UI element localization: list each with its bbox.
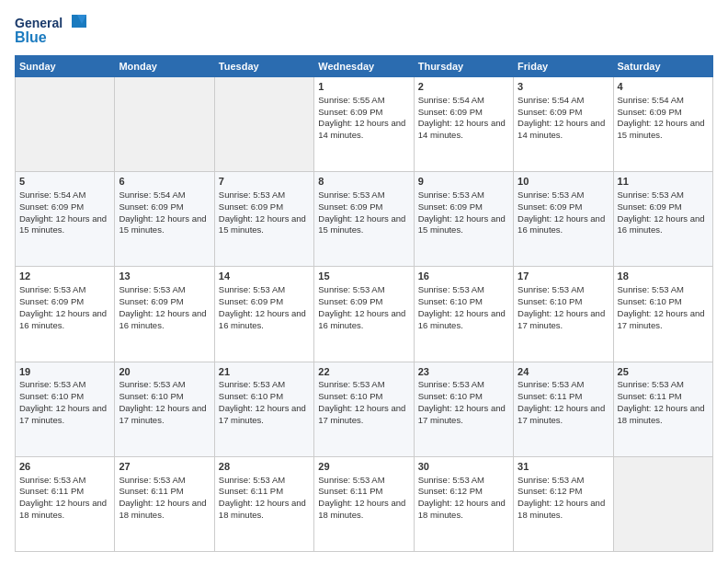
day-number: 16 — [418, 270, 509, 283]
calendar-day-cell: 8Sunrise: 5:53 AMSunset: 6:09 PMDaylight… — [314, 172, 414, 267]
day-number: 8 — [318, 175, 409, 189]
day-info: Sunrise: 5:53 AMSunset: 6:09 PMDaylight:… — [119, 284, 210, 331]
day-info: Sunrise: 5:54 AMSunset: 6:09 PMDaylight:… — [518, 95, 609, 142]
calendar-day-cell: 15Sunrise: 5:53 AMSunset: 6:09 PMDayligh… — [314, 267, 414, 362]
calendar-day-cell: 22Sunrise: 5:53 AMSunset: 6:10 PMDayligh… — [314, 362, 414, 456]
day-number: 27 — [119, 460, 210, 474]
day-info: Sunrise: 5:53 AMSunset: 6:09 PMDaylight:… — [219, 190, 310, 236]
calendar-day-cell: 30Sunrise: 5:53 AMSunset: 6:12 PMDayligh… — [414, 456, 513, 551]
day-number: 11 — [618, 175, 709, 189]
page: General Blue Sunday Monday Tuesday Wedne… — [0, 0, 728, 563]
day-info: Sunrise: 5:53 AMSunset: 6:09 PMDaylight:… — [318, 190, 409, 236]
day-info: Sunrise: 5:53 AMSunset: 6:10 PMDaylight:… — [618, 284, 709, 331]
day-info: Sunrise: 5:53 AMSunset: 6:11 PMDaylight:… — [219, 475, 310, 522]
calendar-day-cell: 2Sunrise: 5:54 AMSunset: 6:09 PMDaylight… — [414, 77, 513, 172]
day-info: Sunrise: 5:53 AMSunset: 6:11 PMDaylight:… — [618, 379, 709, 426]
calendar-day-cell: 17Sunrise: 5:53 AMSunset: 6:10 PMDayligh… — [514, 267, 613, 362]
calendar-table: Sunday Monday Tuesday Wednesday Thursday… — [15, 55, 713, 552]
calendar-week-row: 5Sunrise: 5:54 AMSunset: 6:09 PMDaylight… — [16, 172, 713, 267]
day-info: Sunrise: 5:54 AMSunset: 6:09 PMDaylight:… — [418, 95, 509, 142]
day-number: 4 — [618, 80, 709, 94]
day-number: 18 — [618, 270, 709, 283]
day-number: 20 — [119, 365, 210, 379]
header-thursday: Thursday — [414, 56, 513, 77]
day-info: Sunrise: 5:53 AMSunset: 6:10 PMDaylight:… — [318, 379, 409, 426]
weekday-header-row: Sunday Monday Tuesday Wednesday Thursday… — [16, 56, 713, 77]
day-number: 7 — [219, 175, 310, 189]
calendar-day-cell: 31Sunrise: 5:53 AMSunset: 6:12 PMDayligh… — [514, 456, 613, 551]
day-info: Sunrise: 5:53 AMSunset: 6:09 PMDaylight:… — [19, 284, 110, 331]
day-number: 19 — [19, 365, 110, 379]
calendar-day-cell: 4Sunrise: 5:54 AMSunset: 6:09 PMDaylight… — [613, 77, 712, 172]
header-tuesday: Tuesday — [214, 56, 313, 77]
calendar-week-row: 26Sunrise: 5:53 AMSunset: 6:11 PMDayligh… — [16, 456, 713, 551]
day-info: Sunrise: 5:53 AMSunset: 6:09 PMDaylight:… — [418, 190, 509, 236]
svg-text:Blue: Blue — [15, 29, 47, 45]
header-sunday: Sunday — [16, 56, 115, 77]
calendar-day-cell — [115, 77, 214, 172]
day-number: 13 — [119, 270, 210, 283]
calendar-day-cell — [214, 77, 313, 172]
calendar-day-cell — [613, 456, 712, 551]
day-number: 15 — [318, 270, 409, 283]
day-info: Sunrise: 5:53 AMSunset: 6:10 PMDaylight:… — [219, 379, 310, 426]
calendar-day-cell — [16, 77, 115, 172]
calendar-day-cell: 10Sunrise: 5:53 AMSunset: 6:09 PMDayligh… — [514, 172, 613, 267]
day-number: 24 — [518, 365, 609, 379]
day-number: 28 — [219, 460, 310, 474]
day-number: 30 — [418, 460, 509, 474]
day-number: 31 — [518, 460, 609, 474]
header-wednesday: Wednesday — [314, 56, 414, 77]
calendar-day-cell: 13Sunrise: 5:53 AMSunset: 6:09 PMDayligh… — [115, 267, 214, 362]
header-saturday: Saturday — [613, 56, 712, 77]
day-number: 29 — [318, 460, 409, 474]
day-info: Sunrise: 5:53 AMSunset: 6:11 PMDaylight:… — [318, 475, 409, 522]
day-info: Sunrise: 5:53 AMSunset: 6:11 PMDaylight:… — [19, 475, 110, 522]
day-number: 12 — [19, 270, 110, 283]
day-number: 14 — [219, 270, 310, 283]
day-info: Sunrise: 5:53 AMSunset: 6:10 PMDaylight:… — [119, 379, 210, 426]
calendar-day-cell: 14Sunrise: 5:53 AMSunset: 6:09 PMDayligh… — [214, 267, 313, 362]
header: General Blue — [15, 11, 713, 48]
svg-text:General: General — [15, 16, 63, 30]
logo-icon: General Blue — [15, 11, 97, 48]
calendar-day-cell: 20Sunrise: 5:53 AMSunset: 6:10 PMDayligh… — [115, 362, 214, 456]
calendar-day-cell: 27Sunrise: 5:53 AMSunset: 6:11 PMDayligh… — [115, 456, 214, 551]
calendar-day-cell: 7Sunrise: 5:53 AMSunset: 6:09 PMDaylight… — [214, 172, 313, 267]
calendar-day-cell: 6Sunrise: 5:54 AMSunset: 6:09 PMDaylight… — [115, 172, 214, 267]
day-number: 25 — [618, 365, 709, 379]
calendar-day-cell: 25Sunrise: 5:53 AMSunset: 6:11 PMDayligh… — [613, 362, 712, 456]
header-friday: Friday — [514, 56, 613, 77]
calendar-day-cell: 9Sunrise: 5:53 AMSunset: 6:09 PMDaylight… — [414, 172, 513, 267]
day-info: Sunrise: 5:55 AMSunset: 6:09 PMDaylight:… — [318, 95, 409, 142]
day-number: 17 — [518, 270, 609, 283]
day-info: Sunrise: 5:53 AMSunset: 6:11 PMDaylight:… — [119, 475, 210, 522]
calendar-day-cell: 26Sunrise: 5:53 AMSunset: 6:11 PMDayligh… — [16, 456, 115, 551]
calendar-day-cell: 19Sunrise: 5:53 AMSunset: 6:10 PMDayligh… — [16, 362, 115, 456]
day-number: 1 — [318, 80, 409, 94]
calendar-day-cell: 3Sunrise: 5:54 AMSunset: 6:09 PMDaylight… — [514, 77, 613, 172]
day-info: Sunrise: 5:53 AMSunset: 6:12 PMDaylight:… — [518, 475, 609, 522]
day-info: Sunrise: 5:53 AMSunset: 6:12 PMDaylight:… — [418, 475, 509, 522]
calendar-day-cell: 24Sunrise: 5:53 AMSunset: 6:11 PMDayligh… — [514, 362, 613, 456]
day-info: Sunrise: 5:53 AMSunset: 6:09 PMDaylight:… — [318, 284, 409, 331]
day-number: 3 — [518, 80, 609, 94]
calendar-day-cell: 28Sunrise: 5:53 AMSunset: 6:11 PMDayligh… — [214, 456, 313, 551]
day-info: Sunrise: 5:53 AMSunset: 6:09 PMDaylight:… — [618, 190, 709, 236]
day-info: Sunrise: 5:53 AMSunset: 6:10 PMDaylight:… — [418, 284, 509, 331]
calendar-day-cell: 5Sunrise: 5:54 AMSunset: 6:09 PMDaylight… — [16, 172, 115, 267]
header-monday: Monday — [115, 56, 214, 77]
day-info: Sunrise: 5:53 AMSunset: 6:09 PMDaylight:… — [518, 190, 609, 236]
logo: General Blue — [15, 11, 97, 48]
day-number: 5 — [19, 175, 110, 189]
day-info: Sunrise: 5:53 AMSunset: 6:09 PMDaylight:… — [219, 284, 310, 331]
day-info: Sunrise: 5:53 AMSunset: 6:11 PMDaylight:… — [518, 379, 609, 426]
day-info: Sunrise: 5:53 AMSunset: 6:10 PMDaylight:… — [518, 284, 609, 331]
calendar-day-cell: 1Sunrise: 5:55 AMSunset: 6:09 PMDaylight… — [314, 77, 414, 172]
day-number: 26 — [19, 460, 110, 474]
day-number: 10 — [518, 175, 609, 189]
day-number: 21 — [219, 365, 310, 379]
day-number: 22 — [318, 365, 409, 379]
calendar-week-row: 12Sunrise: 5:53 AMSunset: 6:09 PMDayligh… — [16, 267, 713, 362]
day-number: 2 — [418, 80, 509, 94]
